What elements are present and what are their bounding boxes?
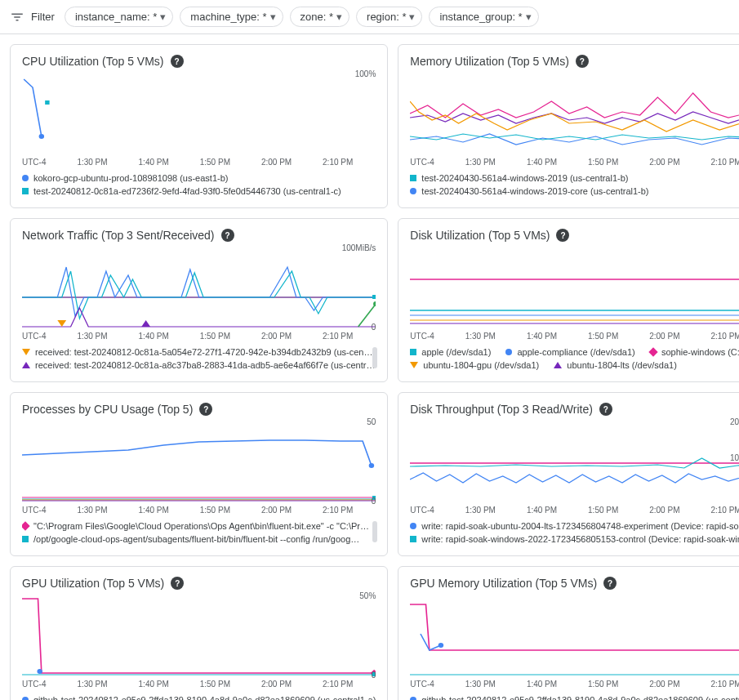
card-gpu-utilization[interactable]: GPU Utilization (Top 5 VMs) ? 50% 0 UTC-… xyxy=(10,566,388,700)
x-axis: UTC-41:30 PM1:40 PM1:50 PM2:00 PM2:10 PM xyxy=(410,156,739,172)
chart-processes[interactable]: 50 0 xyxy=(22,421,376,502)
help-icon[interactable]: ? xyxy=(199,403,212,416)
legend: test-20240430-561a4-windows-2019 (us-cen… xyxy=(410,172,739,198)
card-title: GPU Utilization (Top 5 VMs) xyxy=(22,577,164,590)
filter-icon xyxy=(10,10,24,25)
x-axis: UTC-41:30 PM1:40 PM1:50 PM2:00 PM2:10 PM xyxy=(22,504,376,519)
card-disk-throughput[interactable]: Disk Throughput (Top 3 Read/Write) ? 200… xyxy=(398,392,739,556)
card-gpu-memory-utilization[interactable]: GPU Memory Utilization (Top 5 VMs) ? 10%… xyxy=(398,566,739,700)
legend-item[interactable]: received: test-20240812-0c81a-a8c37ba8-2… xyxy=(22,359,376,372)
chart-disk-throughput[interactable]: 200MiB/s 100MiB/s 0 xyxy=(410,421,739,502)
card-title: CPU Utilization (Top 5 VMs) xyxy=(22,55,164,68)
card-network-traffic[interactable]: Network Traffic (Top 3 Sent/Received) ? … xyxy=(10,218,388,382)
legend-item[interactable]: /opt/google-cloud-ops-agent/subagents/fl… xyxy=(22,533,376,546)
legend: apple (/dev/sda1) apple-compliance (/dev… xyxy=(410,346,739,372)
svg-point-16 xyxy=(369,463,374,468)
chart-gpu-mem[interactable]: 10% 0 xyxy=(410,595,739,676)
card-cpu-utilization[interactable]: CPU Utilization (Top 5 VMs) ? 100% UTC-4… xyxy=(10,44,388,208)
help-icon[interactable]: ? xyxy=(221,229,234,242)
help-icon[interactable]: ? xyxy=(556,229,569,242)
help-icon[interactable]: ? xyxy=(599,403,612,416)
card-title: Disk Throughput (Top 3 Read/Write) xyxy=(410,403,593,416)
chevron-down-icon: ▾ xyxy=(336,11,342,23)
legend: received: test-20240812-0c81a-5a054e72-2… xyxy=(22,346,376,372)
chevron-down-icon: ▾ xyxy=(160,11,166,23)
chevron-down-icon: ▾ xyxy=(526,11,532,23)
x-axis: UTC-41:30 PM1:40 PM1:50 PM2:00 PM2:10 PM xyxy=(22,678,376,693)
legend-item[interactable]: test-20240812-0c81a-ed7236f2-9efd-4fad-9… xyxy=(22,185,376,198)
legend-item[interactable]: github-test-20240812-e95c9-2ffda139-8190… xyxy=(22,693,376,700)
card-title: Network Traffic (Top 3 Sent/Received) xyxy=(22,229,215,242)
help-icon[interactable]: ? xyxy=(603,577,617,590)
chart-cpu[interactable]: 100% xyxy=(22,73,376,154)
chart-memory[interactable]: 80% 70% xyxy=(410,73,739,154)
chevron-down-icon: ▾ xyxy=(409,11,415,23)
legend-item[interactable]: apple (/dev/sda1) apple-compliance (/dev… xyxy=(410,346,739,359)
chart-disk-util[interactable]: 70% 65% 60% xyxy=(410,247,739,328)
card-title: Memory Utilization (Top 5 VMs) xyxy=(410,55,569,68)
x-axis: UTC-41:30 PM1:40 PM1:50 PM2:00 PM2:10 PM xyxy=(410,330,739,346)
svg-marker-7 xyxy=(57,320,66,327)
legend-item[interactable]: write: rapid-soak-ubuntu-2004-lts-172345… xyxy=(410,519,739,533)
svg-point-0 xyxy=(39,134,44,139)
legend-item[interactable]: kokoro-gcp-ubuntu-prod-108981098 (us-eas… xyxy=(22,172,376,185)
filter-label: Filter xyxy=(31,11,55,23)
legend-item[interactable]: ubuntu-1804-gpu (/dev/sda1) ubuntu-1804-… xyxy=(410,359,739,372)
card-title: Processes by CPU Usage (Top 5) xyxy=(22,403,193,416)
svg-rect-6 xyxy=(372,295,376,299)
card-disk-utilization[interactable]: Disk Utilization (Top 5 VMs) ? 70% 65% 6… xyxy=(398,218,739,382)
dashboard-grid: CPU Utilization (Top 5 VMs) ? 100% UTC-4… xyxy=(0,34,739,700)
legend: github-test-20240812-e95c9-2ffda139-8190… xyxy=(410,693,739,700)
legend: github-test-20240812-e95c9-2ffda139-8190… xyxy=(22,693,376,700)
svg-point-26 xyxy=(37,669,42,674)
legend-item[interactable]: github-test-20240812-e95c9-2ffda139-8190… xyxy=(410,693,739,700)
filter-bar: Filter instance_name: *▾ machine_type: *… xyxy=(0,0,739,34)
x-axis: UTC-41:30 PM1:40 PM1:50 PM2:00 PM2:10 PM xyxy=(410,504,739,519)
filter-chip-instance-name[interactable]: instance_name: *▾ xyxy=(65,7,173,27)
help-icon[interactable]: ? xyxy=(171,55,184,68)
legend-item[interactable]: received: test-20240812-0c81a-5a054e72-2… xyxy=(22,346,376,359)
svg-rect-1 xyxy=(45,100,49,105)
svg-point-5 xyxy=(373,301,376,306)
chart-network[interactable]: 100MiB/s 0 xyxy=(22,247,376,328)
svg-point-29 xyxy=(439,643,443,648)
legend-scrollbar[interactable] xyxy=(372,347,377,368)
help-icon[interactable]: ? xyxy=(171,577,184,590)
card-title: Disk Utilization (Top 5 VMs) xyxy=(410,229,550,242)
card-title: GPU Memory Utilization (Top 5 VMs) xyxy=(410,577,597,590)
filter-chip-zone[interactable]: zone: *▾ xyxy=(290,7,349,27)
svg-marker-8 xyxy=(141,320,150,327)
legend: kokoro-gcp-ubuntu-prod-108981098 (us-eas… xyxy=(22,172,376,198)
filter-chip-instance-group[interactable]: instance_group: *▾ xyxy=(429,7,538,27)
legend: "C:\Program Files\Google\Cloud Operation… xyxy=(22,519,376,546)
x-axis: UTC-41:30 PM1:40 PM1:50 PM2:00 PM2:10 PM xyxy=(22,330,376,346)
legend-item[interactable]: "C:\Program Files\Google\Cloud Operation… xyxy=(22,519,376,533)
legend: write: rapid-soak-ubuntu-2004-lts-172345… xyxy=(410,519,739,546)
filter-chip-region[interactable]: region: *▾ xyxy=(356,7,422,27)
x-axis: UTC-41:30 PM1:40 PM1:50 PM2:00 PM2:10 PM xyxy=(22,156,376,172)
card-memory-utilization[interactable]: Memory Utilization (Top 5 VMs) ? 80% 70%… xyxy=(398,44,739,208)
legend-item[interactable]: test-20240430-561a4-windows-2019 (us-cen… xyxy=(410,172,739,185)
filter-chip-machine-type[interactable]: machine_type: *▾ xyxy=(180,7,283,27)
chart-gpu-util[interactable]: 50% 0 xyxy=(22,595,376,676)
chevron-down-icon: ▾ xyxy=(270,11,276,23)
legend-item[interactable]: write: rapid-soak-windows-2022-172345680… xyxy=(410,533,739,546)
legend-scrollbar[interactable] xyxy=(372,521,377,542)
legend-item[interactable]: test-20240430-561a4-windows-2019-core (u… xyxy=(410,185,739,198)
x-axis: UTC-41:30 PM1:40 PM1:50 PM2:00 PM2:10 PM xyxy=(410,678,739,693)
card-processes-cpu[interactable]: Processes by CPU Usage (Top 5) ? 50 0 UT… xyxy=(10,392,388,556)
help-icon[interactable]: ? xyxy=(576,55,589,68)
